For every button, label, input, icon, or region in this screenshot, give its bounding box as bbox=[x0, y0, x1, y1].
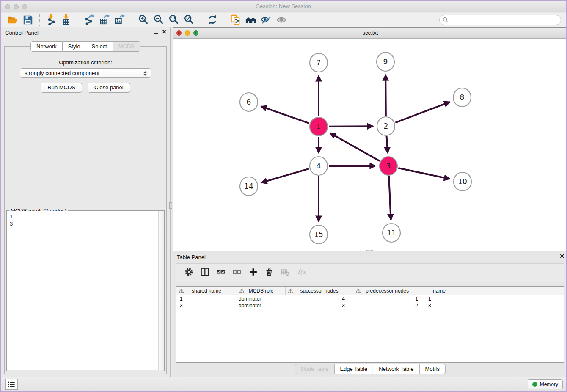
import-table-icon[interactable] bbox=[60, 14, 73, 26]
select-all-columns-icon[interactable] bbox=[215, 266, 228, 279]
zoom-selected-icon[interactable] bbox=[183, 14, 195, 26]
node-label-14: 14 bbox=[244, 182, 253, 190]
create-column-icon[interactable] bbox=[248, 266, 260, 279]
edge-3-11[interactable] bbox=[389, 176, 391, 220]
edge-2-8[interactable] bbox=[395, 102, 450, 123]
unselect-all-columns-icon[interactable] bbox=[231, 266, 244, 279]
open-file-icon[interactable] bbox=[6, 14, 19, 26]
table-cell[interactable]: 2 bbox=[353, 302, 421, 309]
export-image-icon[interactable] bbox=[114, 14, 127, 26]
edge-2-9[interactable] bbox=[385, 75, 386, 116]
node-label-2: 2 bbox=[384, 122, 388, 130]
edge-1-6[interactable] bbox=[261, 106, 309, 123]
table-cell[interactable]: dominator bbox=[237, 295, 286, 302]
tab-motifs[interactable]: Motifs bbox=[419, 364, 446, 374]
show-graphics-details-icon[interactable] bbox=[260, 14, 272, 26]
table-row[interactable]: 3dominator323 bbox=[176, 302, 564, 309]
mcds-result-box: MCDS result (2 nodes) 1 3 bbox=[6, 210, 165, 371]
export-table-icon[interactable] bbox=[99, 14, 111, 26]
table-cell[interactable]: dominator bbox=[237, 302, 286, 309]
delete-columns-icon[interactable] bbox=[264, 266, 276, 279]
show-hide-icon bbox=[275, 14, 288, 26]
application-window: Session: New Session Control Panel ✕ Net… bbox=[0, 0, 567, 392]
table-cell[interactable]: 1 bbox=[353, 295, 421, 302]
search-input[interactable] bbox=[450, 16, 561, 24]
show-hide-panels-icon[interactable] bbox=[245, 14, 257, 26]
optimization-criterion-value: strongly connected component bbox=[25, 70, 99, 76]
table-header-row: shared nameMCDS rolesuccessor nodesprede… bbox=[176, 287, 564, 295]
select-stepper-icon bbox=[142, 70, 149, 77]
import-network-icon[interactable] bbox=[45, 14, 58, 26]
network-canvas[interactable]: 7968124314101511 bbox=[173, 39, 567, 251]
table-body: 1dominator4113dominator323 bbox=[176, 295, 564, 309]
table-panel: Table Panel ✕ f(x) shared nameMCDS roles… bbox=[173, 251, 567, 378]
node-label-8: 8 bbox=[460, 93, 465, 102]
tab-edge-table[interactable]: Edge Table bbox=[334, 364, 373, 374]
table-cell[interactable]: 1 bbox=[176, 295, 237, 302]
toolbar-separator bbox=[39, 14, 40, 26]
tab-node-table[interactable]: Node Table bbox=[295, 364, 335, 374]
tab-style[interactable]: Style bbox=[63, 41, 86, 52]
split-column-icon[interactable] bbox=[199, 266, 212, 279]
apply-layout-icon[interactable] bbox=[206, 14, 219, 26]
table-cell[interactable]: 3 bbox=[421, 302, 457, 309]
main-toolbar bbox=[1, 13, 566, 27]
function-builder-icon: f(x) bbox=[296, 266, 308, 279]
column-header-label: predecessor nodes bbox=[366, 288, 409, 294]
edge-3-1[interactable] bbox=[330, 133, 380, 161]
edge-2-3[interactable] bbox=[387, 136, 388, 153]
float-panel-icon[interactable] bbox=[154, 30, 158, 34]
table-row[interactable]: 1dominator411 bbox=[176, 295, 564, 302]
table-panel-header: Table Panel ✕ bbox=[173, 251, 567, 262]
column-header-predecessor-nodes[interactable]: predecessor nodes bbox=[353, 287, 421, 295]
zoom-fit-icon[interactable] bbox=[168, 14, 180, 26]
tab-network[interactable]: Network bbox=[30, 41, 63, 52]
run-mcds-button[interactable]: Run MCDS bbox=[41, 83, 82, 93]
table-cell[interactable]: 4 bbox=[286, 295, 353, 302]
tab-network-table[interactable]: Network Table bbox=[373, 364, 419, 374]
float-table-panel-icon[interactable] bbox=[552, 254, 556, 258]
network-title: scc.txt bbox=[173, 30, 567, 36]
table-toolbar: f(x) bbox=[176, 263, 564, 282]
table-cell[interactable]: 3 bbox=[176, 302, 237, 309]
memory-label: Memory bbox=[540, 381, 558, 387]
node-table: shared nameMCDS rolesuccessor nodesprede… bbox=[176, 286, 564, 363]
node-label-3: 3 bbox=[386, 162, 391, 170]
column-header-label: successor nodes bbox=[300, 288, 338, 294]
vertical-splitter-grip[interactable] bbox=[169, 202, 172, 209]
optimization-criterion-select[interactable]: strongly connected component bbox=[20, 68, 151, 78]
close-panel-button[interactable]: Close panel bbox=[88, 83, 130, 93]
edge-4-14[interactable] bbox=[261, 169, 309, 183]
memory-button[interactable]: Memory bbox=[528, 379, 563, 389]
memory-status-icon bbox=[532, 382, 537, 387]
table-settings-icon[interactable] bbox=[183, 266, 196, 279]
svg-text:f(x): f(x) bbox=[297, 268, 307, 276]
edge-3-10[interactable] bbox=[398, 168, 449, 179]
edge-1-2[interactable] bbox=[329, 126, 373, 127]
node-label-11: 11 bbox=[387, 229, 396, 237]
column-header-MCDS-role[interactable]: MCDS role bbox=[237, 287, 286, 295]
toolbar-separator bbox=[201, 14, 201, 26]
tab-mcds[interactable]: MCDS bbox=[113, 41, 140, 52]
zoom-in-icon[interactable] bbox=[137, 14, 150, 26]
mcds-panel: Optimization criterion: strongly connect… bbox=[4, 46, 167, 374]
main-titlebar: Session: New Session bbox=[1, 1, 566, 12]
task-history-button[interactable] bbox=[5, 379, 18, 390]
result-scrollbar[interactable] bbox=[158, 211, 164, 370]
toolbar-separator bbox=[224, 14, 224, 26]
table-cell[interactable]: 1 bbox=[421, 295, 457, 302]
table-cell[interactable]: 3 bbox=[286, 302, 353, 309]
tab-select[interactable]: Select bbox=[86, 41, 113, 52]
save-session-icon[interactable] bbox=[22, 14, 34, 26]
close-table-panel-icon[interactable]: ✕ bbox=[559, 254, 564, 259]
zoom-out-icon[interactable] bbox=[152, 14, 165, 26]
copy-network-icon[interactable] bbox=[229, 14, 242, 26]
column-header-name[interactable]: name bbox=[421, 287, 457, 295]
column-header-shared-name[interactable]: shared name bbox=[176, 287, 237, 295]
close-panel-icon[interactable]: ✕ bbox=[162, 29, 167, 34]
search-box[interactable] bbox=[439, 15, 561, 25]
column-header-successor-nodes[interactable]: successor nodes bbox=[286, 287, 353, 295]
export-network-icon[interactable] bbox=[83, 14, 96, 26]
search-icon bbox=[443, 17, 449, 23]
toolbar-separator bbox=[132, 14, 132, 26]
